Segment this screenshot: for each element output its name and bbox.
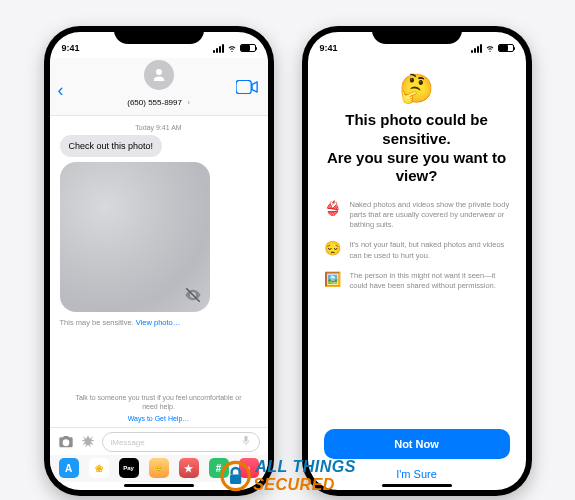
app-drawer-button[interactable] xyxy=(80,434,96,450)
svg-rect-2 xyxy=(244,436,247,442)
svg-rect-4 xyxy=(230,474,241,484)
blurred-sensitive-photo[interactable] xyxy=(60,162,210,312)
contact-avatar-icon[interactable] xyxy=(144,60,174,90)
sensitive-content-warning: 🤔 This photo could be sensitive. Are you… xyxy=(308,58,526,490)
messages-header: ‹ (650) 555-8997 › xyxy=(50,58,268,116)
phone-warning-sheet: 9:41 🤔 This photo could be sensitive. Ar… xyxy=(302,26,532,496)
message-thread[interactable]: Today 9:41 AM Check out this photo! This… xyxy=(50,116,268,427)
warning-reasons-list: 👙Naked photos and videos show the privat… xyxy=(324,200,510,291)
phone-messages: 9:41 ‹ (650) 555-8997 › xyxy=(44,26,274,496)
watermark: ALL THINGS SECURED xyxy=(219,458,356,494)
battery-icon xyxy=(240,44,256,52)
compose-bar: iMessage xyxy=(50,427,268,455)
reason-emoji-icon: 👙 xyxy=(324,200,342,216)
notch xyxy=(114,26,204,44)
home-indicator[interactable] xyxy=(382,484,452,487)
sensitive-caption: This may be sensitive. View photo… xyxy=(60,318,258,327)
reason-text: The person in this might not want it see… xyxy=(350,271,510,291)
status-time: 9:41 xyxy=(62,43,80,53)
not-now-button[interactable]: Not Now xyxy=(324,429,510,459)
view-photo-link[interactable]: View photo… xyxy=(136,318,180,327)
svg-rect-0 xyxy=(236,80,251,94)
contact-phone[interactable]: (650) 555-8997 xyxy=(127,98,182,107)
facetime-button[interactable] xyxy=(236,80,258,98)
dictation-icon[interactable] xyxy=(241,435,251,449)
thinking-emoji-icon: 🤔 xyxy=(399,72,434,105)
reason-emoji-icon: 🖼️ xyxy=(324,271,342,287)
drawer-app-stickers[interactable]: ★ xyxy=(179,458,199,478)
chevron-right-icon[interactable]: › xyxy=(187,99,189,106)
message-input[interactable]: iMessage xyxy=(102,432,260,452)
drawer-app-applepay[interactable]: Pay xyxy=(119,458,139,478)
warning-reason: 🖼️The person in this might not want it s… xyxy=(324,271,510,291)
camera-button[interactable] xyxy=(58,434,74,450)
drawer-app-memoji[interactable]: 🙂 xyxy=(149,458,169,478)
reason-text: It's not your fault, but naked photos an… xyxy=(350,240,510,260)
warning-reason: 👙Naked photos and videos show the privat… xyxy=(324,200,510,230)
ways-to-get-help-link[interactable]: Ways to Get Help… xyxy=(72,414,246,423)
reason-emoji-icon: 😔 xyxy=(324,240,342,256)
help-block: Talk to someone you trust if you feel un… xyxy=(60,393,258,427)
cellular-icon xyxy=(471,44,482,53)
drawer-app-photos[interactable]: ❀ xyxy=(89,458,109,478)
lock-icon xyxy=(219,460,251,492)
wifi-icon xyxy=(227,43,237,53)
status-time: 9:41 xyxy=(320,43,338,53)
cellular-icon xyxy=(213,44,224,53)
wifi-icon xyxy=(485,43,495,53)
warning-reason: 😔It's not your fault, but naked photos a… xyxy=(324,240,510,260)
warning-headline: This photo could be sensitive. Are you s… xyxy=(324,111,510,186)
notch xyxy=(372,26,462,44)
battery-icon xyxy=(498,44,514,52)
thread-timestamp: Today 9:41 AM xyxy=(60,124,258,131)
reason-text: Naked photos and videos show the private… xyxy=(350,200,510,230)
home-indicator[interactable] xyxy=(124,484,194,487)
back-chevron-icon[interactable]: ‹ xyxy=(58,80,64,101)
incoming-message-bubble[interactable]: Check out this photo! xyxy=(60,135,163,157)
eye-slash-icon xyxy=(184,286,202,304)
drawer-app-store[interactable]: A xyxy=(59,458,79,478)
